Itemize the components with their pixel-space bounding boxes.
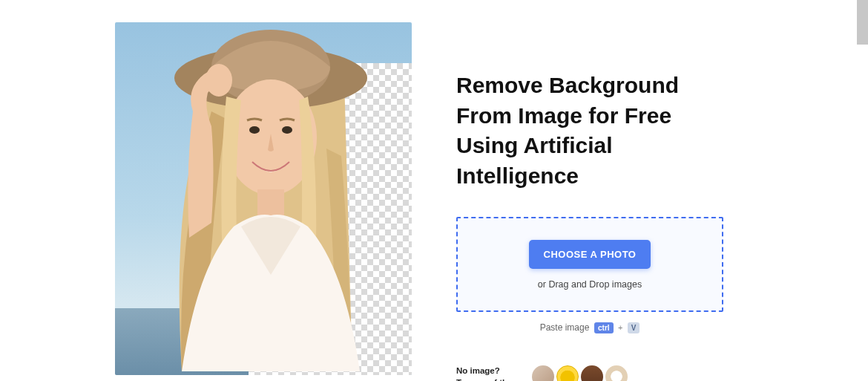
scrollbar-thumb[interactable] <box>857 0 868 45</box>
hero-image <box>115 22 412 375</box>
svg-point-4 <box>282 126 292 134</box>
sample-images <box>532 365 628 381</box>
upload-dropzone[interactable]: CHOOSE A PHOTO or Drag and Drop images <box>456 217 723 312</box>
svg-point-6 <box>206 64 232 97</box>
sample-image-3[interactable] <box>581 365 603 381</box>
kbd-ctrl: ctrl <box>594 322 614 333</box>
svg-point-3 <box>249 126 260 134</box>
sample-image-2[interactable] <box>556 365 579 381</box>
choose-photo-button[interactable]: CHOOSE A PHOTO <box>529 240 651 269</box>
drag-drop-label: or Drag and Drop images <box>538 279 642 290</box>
page-headline: Remove Background From Image for Free Us… <box>456 71 738 191</box>
kbd-v: V <box>628 322 640 333</box>
sample-image-4[interactable] <box>605 365 628 381</box>
no-image-label: No image? Try one of these <box>456 365 522 381</box>
paste-label: Paste image <box>540 322 590 333</box>
svg-rect-5 <box>257 189 284 219</box>
sample-image-1[interactable] <box>532 365 554 381</box>
paste-hint: Paste image ctrl + V <box>456 322 723 333</box>
kbd-plus: + <box>618 323 622 332</box>
